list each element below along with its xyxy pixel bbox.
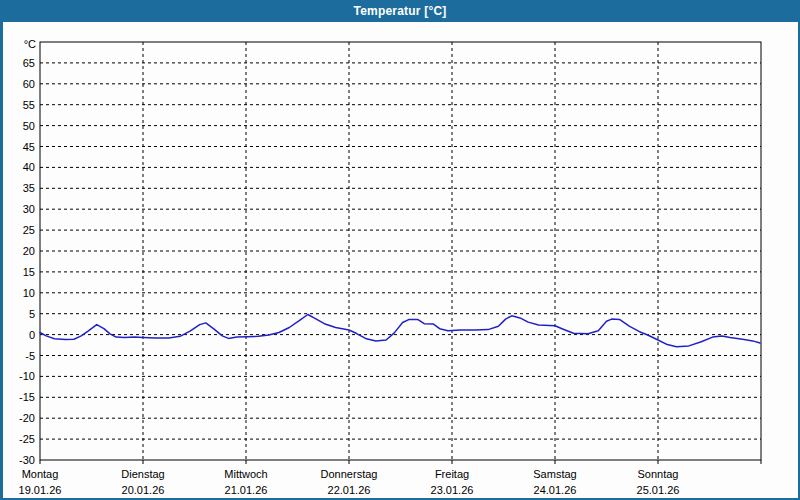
y-tick-label: 50 [23,120,35,132]
y-tick-label: 30 [23,203,35,215]
y-tick-label: 60 [23,78,35,90]
y-tick-label: 45 [23,141,35,153]
y-tick-label: 15 [23,266,35,278]
y-tick-label: -15 [19,391,35,403]
x-date-label: 21.01.26 [225,484,268,496]
y-axis-unit-label: °C [24,38,36,50]
y-tick-label: 20 [23,245,35,257]
window-title: Temperatur [°C] [354,4,447,18]
y-tick-label: -20 [19,412,35,424]
temperature-line-chart: 65605550454035302520151050-5-10-15-20-25… [3,22,798,498]
y-tick-label: -5 [25,350,35,362]
y-tick-label: -30 [19,454,35,466]
y-tick-label: 25 [23,224,35,236]
chart-panel: 65605550454035302520151050-5-10-15-20-25… [3,22,798,498]
x-day-label: Dienstag [121,468,164,480]
temperature-series-line [40,315,760,347]
x-date-label: 24.01.26 [534,484,577,496]
x-date-label: 23.01.26 [431,484,474,496]
y-tick-label: 40 [23,161,35,173]
y-tick-label: -25 [19,433,35,445]
y-tick-label: 55 [23,99,35,111]
x-day-label: Montag [22,468,59,480]
y-tick-label: 35 [23,182,35,194]
x-day-label: Freitag [435,468,469,480]
y-tick-label: 5 [29,308,35,320]
y-tick-label: -10 [19,370,35,382]
x-day-label: Sonntag [638,468,679,480]
y-tick-label: 0 [29,329,35,341]
x-day-label: Mittwoch [224,468,267,480]
window-titlebar: Temperatur [°C] [0,0,800,22]
x-day-label: Donnerstag [321,468,378,480]
y-tick-label: 10 [23,287,35,299]
x-date-label: 25.01.26 [637,484,680,496]
x-date-label: 19.01.26 [19,484,62,496]
app-window: Temperatur [°C] 656055504540353025201510… [0,0,800,500]
x-date-label: 20.01.26 [122,484,165,496]
x-day-label: Samstag [533,468,576,480]
x-date-label: 22.01.26 [328,484,371,496]
y-tick-label: 65 [23,57,35,69]
